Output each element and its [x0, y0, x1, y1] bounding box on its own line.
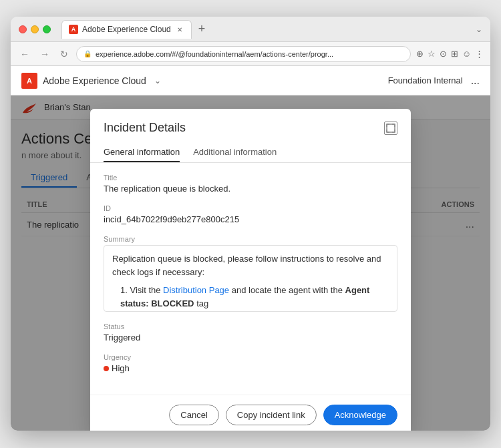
field-title: Title The replication queue is blocked.: [104, 174, 397, 194]
modal-tab-general[interactable]: General information: [104, 143, 180, 162]
summary-list-item: 1. Visit the Distribution Page and locat…: [120, 284, 389, 310]
cancel-button[interactable]: Cancel: [169, 405, 218, 425]
title-value: The replication queue is blocked.: [104, 184, 397, 194]
app-body: Brian's Stan... Actions Ce n more about …: [11, 95, 490, 431]
field-urgency: Urgency High: [104, 353, 397, 373]
modal-tab-additional[interactable]: Additional information: [193, 143, 277, 162]
acknowledge-button[interactable]: Acknowledge: [323, 405, 397, 425]
field-summary: Summary Replication queue is blocked, pl…: [104, 235, 397, 312]
browser-toolbar-icons: ⊕ ☆ ⊙ ⊞ ☺ ⋮: [416, 49, 484, 59]
modal-title: Incident Details: [104, 121, 186, 135]
app-name: Adobe Experience Cloud: [43, 75, 146, 86]
address-bar[interactable]: 🔒 experience.adobe.com/#/@foundationinte…: [76, 46, 411, 62]
summary-intro: Replication queue is blocked, please fol…: [112, 252, 389, 278]
app-header: A Adobe Experience Cloud ⌄ Foundation In…: [11, 66, 490, 95]
summary-bold-suffix: tag: [194, 298, 209, 308]
header-more-button[interactable]: ...: [471, 75, 480, 87]
svg-rect-0: [387, 124, 395, 132]
org-name: Foundation Internal: [388, 75, 463, 85]
urgency-dot-icon: [104, 366, 109, 371]
field-status: Status Triggered: [104, 322, 397, 343]
id-label: ID: [104, 204, 397, 212]
browser-window: A Adobe Experience Cloud ✕ + ⌄ ← → ↻ 🔒 e…: [11, 17, 490, 431]
security-lock-icon: 🔒: [84, 50, 92, 57]
address-bar-container: ← → ↻ 🔒 experience.adobe.com/#/@foundati…: [11, 42, 490, 66]
minimize-window-button[interactable]: [31, 25, 39, 33]
summary-list-suffix: and locate the agent with the: [229, 285, 345, 295]
reload-button[interactable]: ↻: [57, 47, 71, 61]
tab-title: Adobe Experience Cloud: [82, 25, 171, 34]
urgency-label: Urgency: [104, 353, 397, 361]
bookmark-icon[interactable]: ☆: [428, 49, 436, 59]
adobe-logo-icon: A: [21, 73, 37, 89]
menu-icon[interactable]: ⋮: [475, 49, 484, 59]
traffic-lights: [19, 25, 51, 33]
field-id: ID incid_64b7022f9d9eb277e800c215: [104, 204, 397, 224]
active-tab[interactable]: A Adobe Experience Cloud ✕: [61, 20, 192, 39]
summary-label: Summary: [104, 235, 397, 243]
status-value: Triggered: [104, 332, 397, 343]
title-label: Title: [104, 174, 397, 182]
extensions-icon[interactable]: ⊞: [451, 49, 458, 59]
modal-header: Incident Details: [90, 109, 411, 135]
distribution-page-link[interactable]: Distribution Page: [163, 285, 229, 295]
download-icon[interactable]: ⊕: [416, 49, 424, 59]
modal-footer: Cancel Copy incident link Acknowledge: [90, 395, 411, 431]
incident-details-modal: Incident Details General information: [90, 109, 411, 431]
status-label: Status: [104, 322, 397, 330]
summary-box: Replication queue is blocked, please fol…: [104, 245, 397, 312]
account-icon[interactable]: ☺: [462, 49, 471, 59]
tab-chevron-icon[interactable]: ⌄: [476, 25, 482, 34]
tab-close-button[interactable]: ✕: [175, 25, 184, 34]
modal-body: Title The replication queue is blocked. …: [90, 163, 411, 395]
urgency-value: High: [104, 363, 397, 373]
copy-link-button[interactable]: Copy incident link: [226, 405, 317, 425]
app-header-right: Foundation Internal ...: [388, 75, 480, 87]
back-button[interactable]: ←: [17, 47, 32, 61]
app-name-chevron-icon[interactable]: ⌄: [154, 76, 161, 85]
modal-tabs: General information Additional informati…: [90, 143, 411, 163]
forward-button[interactable]: →: [37, 47, 52, 61]
maximize-window-button[interactable]: [43, 25, 51, 33]
tab-bar: A Adobe Experience Cloud ✕ +: [61, 20, 470, 39]
close-window-button[interactable]: [19, 25, 27, 33]
browser-titlebar: A Adobe Experience Cloud ✕ + ⌄: [11, 17, 490, 42]
modal-overlay: Incident Details General information: [11, 95, 490, 431]
tab-favicon: A: [69, 25, 78, 34]
id-value: incid_64b7022f9d9eb277e800c215: [104, 214, 397, 224]
modal-expand-button[interactable]: [384, 122, 397, 135]
app-logo: A Adobe Experience Cloud ⌄: [21, 73, 161, 89]
new-tab-button[interactable]: +: [194, 22, 210, 36]
profile-icon[interactable]: ⊙: [440, 49, 447, 59]
address-text: experience.adobe.com/#/@foundationintern…: [96, 50, 333, 58]
summary-list-prefix: 1. Visit the: [120, 285, 163, 295]
